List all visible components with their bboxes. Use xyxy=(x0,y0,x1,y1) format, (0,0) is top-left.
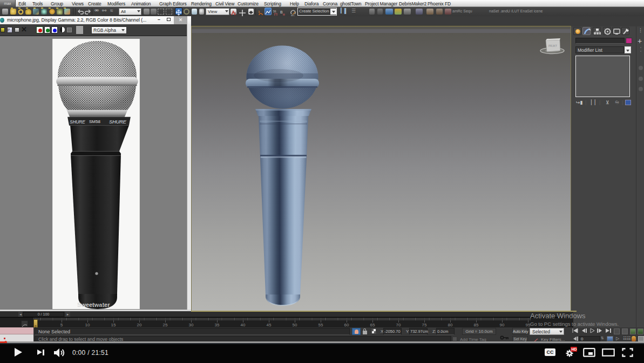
svg-text:3: 3 xyxy=(258,10,260,13)
svg-text:SHURE: SHURE xyxy=(70,119,85,125)
svg-text:B: B xyxy=(280,10,283,14)
svg-text:SM58: SM58 xyxy=(89,119,100,124)
svg-text:SHURE: SHURE xyxy=(109,119,127,125)
svg-text:PRJKT: PRJKT xyxy=(548,44,557,47)
svg-text:56: 56 xyxy=(273,10,276,13)
svg-text:Sweetwater: Sweetwater xyxy=(77,302,110,308)
svg-text:HD: HD xyxy=(572,347,577,351)
